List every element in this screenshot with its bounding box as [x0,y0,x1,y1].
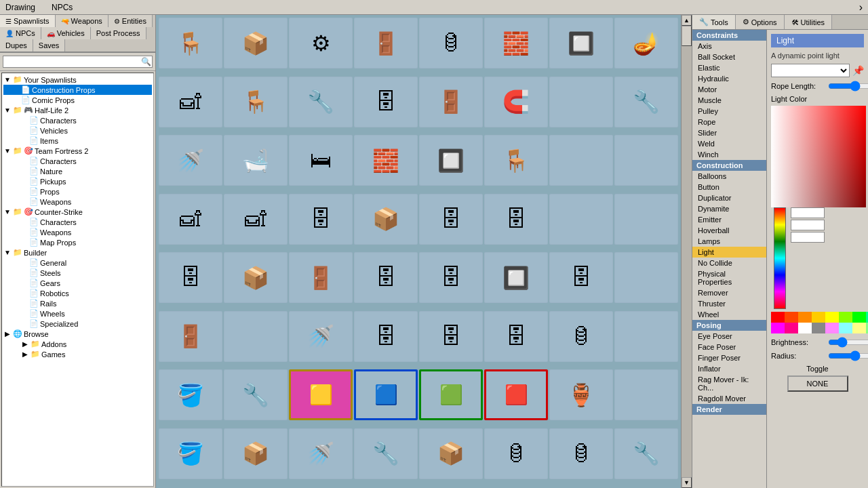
tree-item-builder-robotics[interactable]: 📄 Robotics [3,288,152,298]
grid-item[interactable]: 🗄 [549,252,613,303]
grid-item[interactable]: 📦 [224,18,288,68]
grid-item[interactable] [614,135,678,186]
constraint-motor[interactable]: Motor [692,84,766,95]
radius-slider[interactable] [828,351,868,361]
tree-item-cs-weapons[interactable]: 📄 Weapons [3,227,152,237]
grid-item[interactable] [614,369,678,420]
tab-dupes[interactable]: Dupes [0,39,33,52]
grid-item[interactable]: 🪑 [484,135,548,186]
color-b-input[interactable]: 255 [791,232,825,243]
posing-rag-mover-ik[interactable]: Rag Mover - Ik: Ch... [692,374,766,393]
constraint-weld[interactable]: Weld [692,138,766,149]
color-gradient[interactable] [771,106,866,207]
constraint-slider[interactable]: Slider [692,127,766,138]
tree-item-hl2-characters[interactable]: 📄 Characters [3,115,152,125]
posing-face-poser[interactable]: Face Poser [692,342,766,352]
color-swatch[interactable] [839,323,852,333]
tree-item-builder-steels[interactable]: 📄 Steels [3,268,152,278]
scroll-up-button[interactable]: ▲ [682,15,692,26]
construction-dynamite[interactable]: Dynamite [692,203,766,214]
grid-item[interactable]: 🪑 [159,18,222,68]
construction-light[interactable]: Light [692,247,766,258]
grid-item[interactable] [549,77,613,127]
grid-item[interactable]: 🛏 [289,135,353,186]
grid-item[interactable]: 🗄 [419,252,483,303]
tree-item-tf2-pickups[interactable]: 📄 Pickups [3,176,152,186]
tree-item-tf2-weapons[interactable]: 📄 Weapons [3,197,152,207]
grid-item[interactable]: 🚪 [289,252,353,303]
grid-item[interactable]: 🗄 [354,311,418,362]
color-hue-strip[interactable] [774,207,786,309]
tree-item-construction-props[interactable]: 📄 Construction Props [3,85,152,95]
tree-item-cs-map-props[interactable]: 📄 Map Props [3,237,152,247]
color-swatch[interactable] [825,312,839,323]
grid-item[interactable] [614,252,678,303]
scroll-track[interactable] [682,26,692,477]
light-pin-icon[interactable]: 📌 [852,65,864,76]
tree-item-hl2[interactable]: ▼ 📁 🎮 Half-Life 2 [3,105,152,115]
construction-no-collide[interactable]: No Collide [692,258,766,268]
grid-item[interactable]: 🚪 [159,311,222,362]
grid-item[interactable]: 📦 [419,428,483,479]
rope-length-slider[interactable] [828,81,868,91]
tree-item-your-spawnlists[interactable]: ▼ 📁 Your Spawnlists [3,75,152,85]
grid-item[interactable] [549,135,613,186]
tree-item-tf2-props[interactable]: 📄 Props [3,186,152,197]
grid-item[interactable]: 🪔 [614,18,678,68]
grid-item[interactable] [614,311,678,362]
tree-item-games[interactable]: ▶ 📁 Games [3,349,152,359]
construction-physical-properties[interactable]: Physical Properties [692,268,766,287]
tree-item-builder[interactable]: ▼ 📁 Builder [3,247,152,258]
color-swatch[interactable] [852,312,866,323]
tree-item-tf2[interactable]: ▼ 📁 🎯 Team Fortress 2 [3,146,152,156]
color-swatch[interactable] [812,323,825,333]
grid-item[interactable]: 🛢 [549,428,613,479]
grid-item[interactable]: 🗄 [484,311,548,362]
tree-item-builder-general[interactable]: 📄 General [3,258,152,268]
construction-wheel[interactable]: Wheel [692,309,766,320]
grid-item[interactable]: 🧲 [484,77,548,127]
grid-item[interactable]: 🪑 [224,77,288,127]
color-swatch[interactable] [771,323,785,333]
grid-item[interactable]: 🚿 [289,428,353,479]
grid-item[interactable]: 🟨 [289,369,353,420]
grid-item[interactable]: 🧱 [354,135,418,186]
color-swatch[interactable] [825,323,839,333]
construction-emitter[interactable]: Emitter [692,214,766,225]
grid-item[interactable]: 🔧 [354,428,418,479]
grid-item[interactable]: 🏺 [549,369,613,420]
tab-postprocess[interactable]: Post Process [91,27,146,39]
tree-item-builder-wheels[interactable]: 📄 Wheels [3,308,152,319]
color-swatch[interactable] [852,323,866,333]
constraint-elastic[interactable]: Elastic [692,62,766,73]
posing-inflator[interactable]: Inflator [692,363,766,374]
grid-item[interactable]: 🛁 [224,135,288,186]
construction-button[interactable]: Button [692,182,766,192]
grid-item[interactable]: 🧱 [484,18,548,68]
tab-spawnlists[interactable]: ☰ Spawnlists [0,15,56,28]
grid-item[interactable]: 🔧 [614,77,678,127]
grid-item[interactable]: 📦 [224,252,288,303]
grid-item[interactable] [224,311,288,362]
grid-item[interactable]: 🔧 [289,77,353,127]
tab-vehicles[interactable]: 🚗 Vehicles [41,27,91,39]
grid-item[interactable]: 🚿 [289,311,353,362]
tree-item-hl2-items[interactable]: 📄 Items [3,136,152,146]
constraint-winch[interactable]: Winch [692,149,766,160]
grid-item[interactable]: 🛢 [419,18,483,68]
tree-item-addons[interactable]: ▶ 📁 Addons [3,339,152,349]
grid-item[interactable]: 🗄 [354,77,418,127]
tab-weapons[interactable]: 🔫 Weapons [56,15,108,27]
tree-item-builder-rails[interactable]: 📄 Rails [3,298,152,308]
grid-item[interactable]: 🚿 [159,135,222,186]
tree-item-comic-props[interactable]: 📄 Comic Props [3,95,152,105]
color-swatch[interactable] [798,323,812,333]
tree-item-hl2-vehicles[interactable]: 📄 Vehicles [3,125,152,136]
grid-item[interactable]: 🟦 [354,369,418,420]
grid-item[interactable]: 🗄 [484,194,548,245]
color-swatch[interactable] [812,312,825,323]
constraint-ball-socket[interactable]: Ball Socket [692,52,766,62]
grid-item[interactable]: 🗄 [354,252,418,303]
grid-item[interactable]: 🔧 [614,428,678,479]
menu-npcs[interactable]: NPCs [49,1,75,14]
